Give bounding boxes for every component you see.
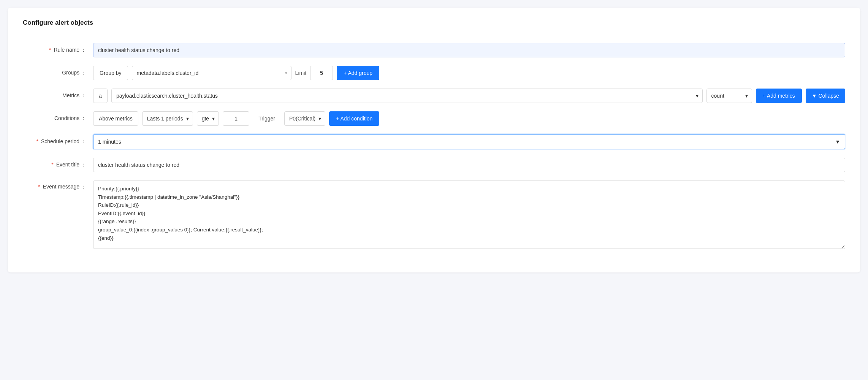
schedule-period-select[interactable]: 1 minutes ▼ (93, 134, 845, 149)
add-group-button[interactable]: + Add group (337, 66, 379, 80)
chevron-down-icon: ▾ (285, 71, 287, 76)
event-title-row: * Event title ： (23, 158, 845, 172)
chevron-down-icon: ▾ (745, 93, 748, 99)
chevron-down-icon: ▼ (835, 139, 840, 145)
add-metrics-button[interactable]: + Add metrics (756, 89, 802, 103)
gte-select[interactable]: gte ▾ (197, 111, 219, 126)
chevron-down-icon: ▾ (318, 116, 321, 122)
rule-name-input[interactable] (93, 43, 845, 57)
groups-label: Groups ： (23, 70, 89, 76)
limit-label: Limit (295, 70, 307, 76)
schedule-period-label: * Schedule period ： (23, 138, 89, 145)
metrics-row: Metrics ： a payload.elasticsearch.cluste… (23, 89, 845, 103)
collapse-button[interactable]: ▼ Collapse (806, 89, 845, 103)
configure-alert-panel: Configure alert objects * Rule name ： Gr… (8, 8, 860, 272)
count-select[interactable]: count ▾ (706, 89, 752, 103)
section-title: Configure alert objects (23, 19, 845, 32)
required-star: * (38, 184, 40, 190)
metric-alias: a (93, 89, 108, 103)
add-condition-button[interactable]: + Add condition (329, 111, 379, 126)
priority-select[interactable]: P0(Critical) ▾ (284, 111, 325, 126)
trigger-label: Trigger (253, 111, 280, 126)
chevron-down-icon: ▾ (696, 93, 699, 99)
condition-value-input[interactable] (223, 111, 249, 126)
required-star: * (36, 138, 38, 144)
event-title-label: * Event title ： (23, 162, 89, 168)
chevron-down-icon: ▾ (186, 116, 189, 122)
limit-input[interactable] (310, 66, 333, 80)
conditions-row: Conditions ： Above metrics Lasts 1 perio… (23, 111, 845, 126)
event-message-row: * Event message ： Priority:{{.priority}}… (23, 180, 845, 249)
chevron-down-icon: ▾ (212, 116, 215, 122)
required-star: * (49, 47, 51, 53)
metrics-label: Metrics ： (23, 92, 89, 99)
groups-row: Groups ： Group by metadata.labels.cluste… (23, 66, 845, 80)
event-message-textarea[interactable]: Priority:{{.priority}} Timestamp:{{.time… (93, 180, 845, 249)
lasts-periods-select[interactable]: Lasts 1 periods ▾ (142, 111, 193, 126)
above-metrics-label: Above metrics (93, 111, 138, 126)
rule-name-row: * Rule name ： (23, 43, 845, 57)
groups-field-select[interactable]: metadata.labels.cluster_id ▾ (132, 66, 291, 80)
group-by-button[interactable]: Group by (93, 66, 128, 80)
event-title-input[interactable] (93, 158, 845, 172)
required-star: * (51, 162, 53, 168)
schedule-period-row: * Schedule period ： 1 minutes ▼ (23, 134, 845, 149)
rule-name-label: * Rule name ： (23, 47, 89, 54)
event-message-label: * Event message ： (23, 180, 89, 190)
conditions-label: Conditions ： (23, 115, 89, 122)
metrics-field-select[interactable]: payload.elasticsearch.cluster_health.sta… (111, 89, 703, 103)
